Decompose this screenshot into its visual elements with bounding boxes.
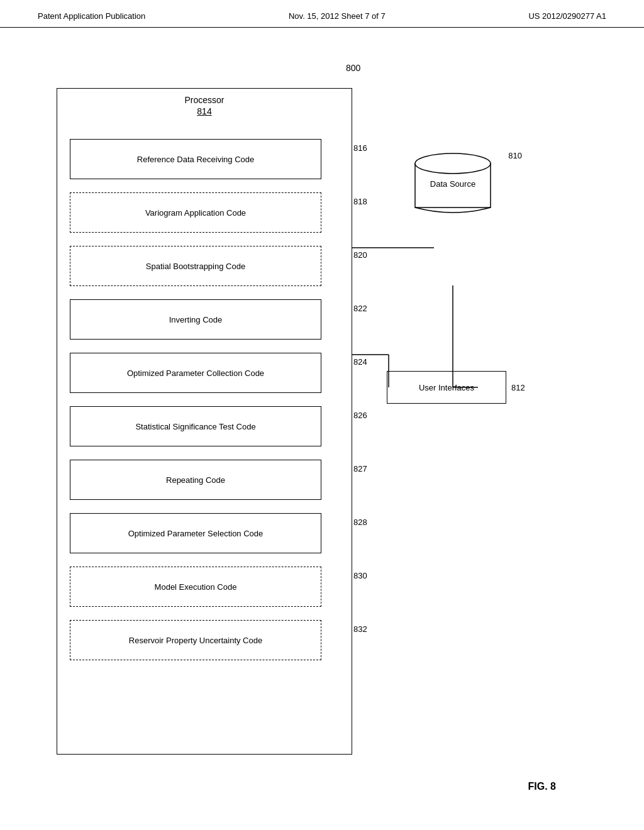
header-left: Patent Application Publication xyxy=(38,11,145,21)
reservoir-property-uncertainty-code-box: Reservoir Property Uncertainty Code xyxy=(70,620,321,660)
ref-816: 816 xyxy=(353,143,367,153)
header-right: US 2012/0290277 A1 xyxy=(528,11,606,21)
page: Patent Application Publication Nov. 15, … xyxy=(0,0,644,830)
repeating-code-label: Repeating Code xyxy=(166,475,225,485)
user-interfaces-label: User Interfaces xyxy=(419,383,474,392)
processor-label: Processor xyxy=(57,95,352,105)
optimized-parameter-selection-code-box: Optimized Parameter Selection Code xyxy=(70,513,321,553)
svg-point-1 xyxy=(415,153,491,174)
datasource-container: Data Source 810 xyxy=(402,148,503,226)
reference-data-receiving-code-label: Reference Data Receiving Code xyxy=(137,155,254,164)
diagram-area: 800 Processor 814 Reference Data Receivi… xyxy=(38,50,606,805)
spatial-bootstrapping-code-box: Spatial Bootstrapping Code xyxy=(70,246,321,286)
inverting-code-box: Inverting Code xyxy=(70,299,321,340)
optimized-parameter-selection-code-label: Optimized Parameter Selection Code xyxy=(128,529,264,538)
model-execution-code-label: Model Execution Code xyxy=(155,582,237,592)
model-execution-code-box: Model Execution Code xyxy=(70,567,321,607)
ref-827: 827 xyxy=(353,464,367,473)
processor-box: Processor 814 Reference Data Receiving C… xyxy=(57,88,352,755)
variogram-application-code-box: Variogram Application Code xyxy=(70,192,321,233)
optimized-parameter-collection-code-label: Optimized Parameter Collection Code xyxy=(127,368,264,378)
header-center: Nov. 15, 2012 Sheet 7 of 7 xyxy=(289,11,386,21)
inverting-code-label: Inverting Code xyxy=(169,315,223,324)
fig-label: FIG. 8 xyxy=(528,781,556,792)
ref-826: 826 xyxy=(353,411,367,420)
ref-832: 832 xyxy=(353,624,367,634)
datasource-ref: 810 xyxy=(508,151,522,160)
svg-text:Data Source: Data Source xyxy=(430,179,475,189)
diagram-number: 800 xyxy=(346,63,360,73)
processor-id: 814 xyxy=(57,106,352,116)
statistical-significance-test-code-box: Statistical Significance Test Code xyxy=(70,406,321,446)
statistical-significance-test-code-label: Statistical Significance Test Code xyxy=(135,422,255,431)
header: Patent Application Publication Nov. 15, … xyxy=(0,0,644,28)
ref-820: 820 xyxy=(353,250,367,260)
ref-828: 828 xyxy=(353,517,367,527)
ref-822: 822 xyxy=(353,304,367,313)
userinterfaces-ref: 812 xyxy=(511,383,525,392)
userinterfaces-container: User Interfaces 812 xyxy=(387,371,525,404)
user-interfaces-box: User Interfaces xyxy=(387,371,506,404)
datasource-cylinder-svg: Data Source xyxy=(402,148,503,223)
spatial-bootstrapping-code-label: Spatial Bootstrapping Code xyxy=(146,262,245,271)
repeating-code-box: Repeating Code xyxy=(70,460,321,500)
reference-data-receiving-code-box: Reference Data Receiving Code xyxy=(70,139,321,179)
ref-830: 830 xyxy=(353,571,367,580)
variogram-application-code-label: Variogram Application Code xyxy=(145,208,246,218)
reservoir-property-uncertainty-code-label: Reservoir Property Uncertainty Code xyxy=(129,636,262,645)
ref-818: 818 xyxy=(353,197,367,206)
ref-824: 824 xyxy=(353,357,367,367)
optimized-parameter-collection-code-box: Optimized Parameter Collection Code xyxy=(70,353,321,393)
